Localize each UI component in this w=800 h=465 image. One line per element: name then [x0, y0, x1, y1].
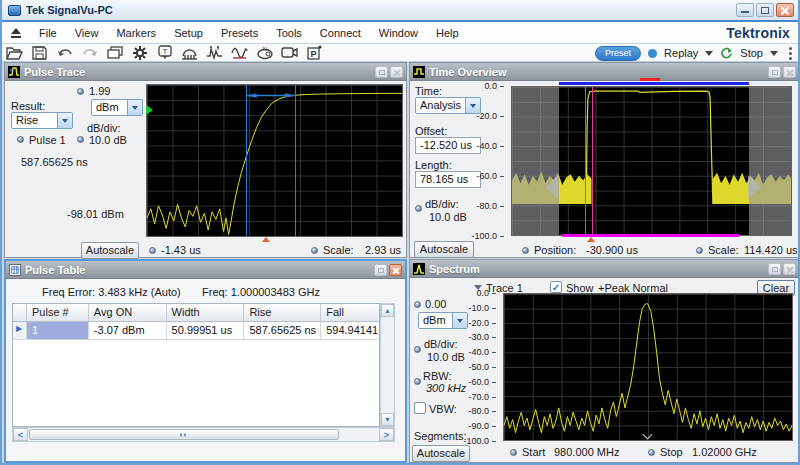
cell-width[interactable]: 50.99951 us: [167, 322, 245, 340]
pulse-table-restore-icon[interactable]: [374, 264, 387, 276]
replay-button[interactable]: Replay: [664, 47, 698, 59]
col-rise[interactable]: Rise: [244, 304, 321, 322]
position-knob[interactable]: [522, 247, 529, 254]
to-dbdiv-knob[interactable]: [415, 205, 422, 212]
rbw-knob[interactable]: [414, 378, 421, 385]
camera-icon[interactable]: [277, 44, 302, 61]
stop-freq-knob[interactable]: [648, 449, 655, 456]
time-overview-autoscale-button[interactable]: Autoscale: [414, 241, 474, 258]
menu-markers[interactable]: Markers: [107, 24, 165, 42]
pulse-table-close-icon[interactable]: [389, 264, 402, 276]
pulse-trace-titlebar[interactable]: Pulse Trace: [5, 63, 406, 81]
toolbar-overflow-icon[interactable]: [789, 47, 792, 60]
pulse-trace-restore-icon[interactable]: [375, 66, 388, 78]
preset-button[interactable]: Preset: [595, 46, 641, 61]
spectrum-autoscale-button[interactable]: Autoscale: [412, 445, 470, 462]
menu-window[interactable]: Window: [370, 24, 427, 42]
menu-help[interactable]: Help: [427, 24, 468, 42]
minimize-button[interactable]: [736, 3, 754, 17]
col-avg-on[interactable]: Avg ON: [89, 304, 167, 322]
to-analysis-bar[interactable]: [559, 82, 749, 85]
spec-ref-knob[interactable]: [414, 301, 421, 308]
sp-ytick: -40.0: [460, 347, 496, 357]
scrollbar-thumb[interactable]: [29, 429, 339, 440]
to-red-bar[interactable]: [640, 78, 660, 81]
start-freq-knob[interactable]: [510, 449, 517, 456]
menu-file[interactable]: File: [30, 24, 66, 42]
pulse-select-knob[interactable]: [17, 136, 24, 143]
xaxis-start-knob[interactable]: [149, 247, 156, 254]
pulse-trace-panel: Pulse Trace 1.99 dBm Result: Rise dB/div…: [4, 62, 407, 258]
noise-source-icon[interactable]: N: [252, 44, 277, 61]
stop-dropdown-icon[interactable]: [770, 51, 778, 56]
cell-rise[interactable]: 587.65625 ns: [244, 322, 321, 340]
ref-marker-icon[interactable]: [146, 105, 153, 115]
spectrum-close-icon[interactable]: [783, 263, 796, 275]
menu-connect[interactable]: Connect: [311, 24, 370, 42]
to-left-handle[interactable]: [545, 175, 558, 199]
pulse-measure-icon[interactable]: [177, 44, 202, 61]
pulse-table-title: Pulse Table: [25, 264, 85, 276]
time-overview-titlebar[interactable]: Time Overview: [410, 63, 799, 81]
pulse-table-row[interactable]: ▶ 1 -3.07 dBm 50.99951 us 587.65625 ns 5…: [13, 322, 379, 340]
table-horizontal-scrollbar[interactable]: < >: [12, 427, 395, 442]
settings-gear-icon[interactable]: [127, 44, 152, 61]
cell-avg-on[interactable]: -3.07 dBm: [89, 322, 167, 340]
menu-presets[interactable]: Presets: [212, 24, 267, 42]
menu-setup[interactable]: Setup: [165, 24, 212, 42]
to-trigger-line-2[interactable]: [592, 87, 593, 235]
undo-icon[interactable]: [52, 44, 77, 61]
table-vertical-scrollbar[interactable]: ▲ ▼: [380, 303, 395, 427]
cell-pulse-num[interactable]: 1: [27, 322, 89, 340]
window-titlebar[interactable]: Tek SignalVu-PC: [2, 0, 798, 22]
pulse-trace-close-icon[interactable]: [390, 66, 403, 78]
replay-dropdown-icon[interactable]: [705, 51, 713, 56]
eject-icon[interactable]: [10, 27, 22, 39]
col-fall[interactable]: Fall: [321, 304, 379, 322]
time-overview-close-icon[interactable]: [783, 66, 796, 78]
dbdiv-label: dB/div:: [87, 122, 121, 134]
pulse-table-titlebar[interactable]: Pulse Table: [6, 261, 405, 279]
save-icon[interactable]: [27, 44, 52, 61]
trace-waveform-icon[interactable]: [227, 44, 252, 61]
vbw-checkbox[interactable]: [414, 402, 426, 414]
spectrum-restore-icon[interactable]: [768, 263, 781, 275]
time-overview-restore-icon[interactable]: [768, 66, 781, 78]
marker-tag-icon[interactable]: T: [152, 44, 177, 61]
ref-level-knob[interactable]: [77, 88, 84, 95]
spectrum-panel-icon: [413, 263, 425, 275]
scroll-up-icon[interactable]: ▲: [381, 304, 394, 317]
spec-dbdiv-knob[interactable]: [414, 346, 421, 353]
scroll-down-icon[interactable]: ▼: [381, 413, 394, 426]
to-right-handle[interactable]: [748, 175, 761, 199]
cell-fall[interactable]: 594.94141 ns: [321, 322, 379, 340]
freq-value: Freq: 1.000003483 GHz: [202, 286, 320, 298]
to-scale-knob[interactable]: [696, 247, 703, 254]
to-pulse-trace: [586, 91, 713, 204]
time-marker-icon[interactable]: [202, 44, 227, 61]
spectrum-titlebar[interactable]: Spectrum: [410, 260, 799, 278]
unit-dropdown[interactable]: dBm: [91, 99, 143, 116]
redo-icon[interactable]: [77, 44, 102, 61]
col-pulse[interactable]: Pulse #: [27, 304, 89, 322]
scroll-right-icon[interactable]: >: [379, 428, 394, 441]
close-button[interactable]: [776, 3, 794, 17]
freq-error-value: Freq Error: 3.483 kHz (Auto): [42, 286, 181, 298]
result-dropdown[interactable]: Rise: [11, 112, 73, 129]
pulse-trace-autoscale-button[interactable]: Autoscale: [81, 242, 139, 259]
col-width[interactable]: Width: [167, 304, 245, 322]
xaxis-scale-knob[interactable]: [311, 247, 318, 254]
stop-button[interactable]: Stop: [740, 47, 763, 59]
displays-icon[interactable]: [102, 44, 127, 61]
to-trigger-line-1[interactable]: [585, 87, 586, 235]
time-label: Time:: [415, 85, 442, 97]
open-file-icon[interactable]: [2, 44, 27, 61]
dbdiv-knob[interactable]: [77, 136, 84, 143]
menu-view[interactable]: View: [66, 24, 108, 42]
menu-tools[interactable]: Tools: [267, 24, 311, 42]
maximize-button[interactable]: [756, 3, 774, 17]
scroll-left-icon[interactable]: <: [13, 428, 28, 441]
pulse-trace-panel-icon: [8, 66, 20, 78]
preset-p-icon[interactable]: P: [302, 44, 327, 61]
show-checkbox[interactable]: ✓: [550, 281, 562, 293]
